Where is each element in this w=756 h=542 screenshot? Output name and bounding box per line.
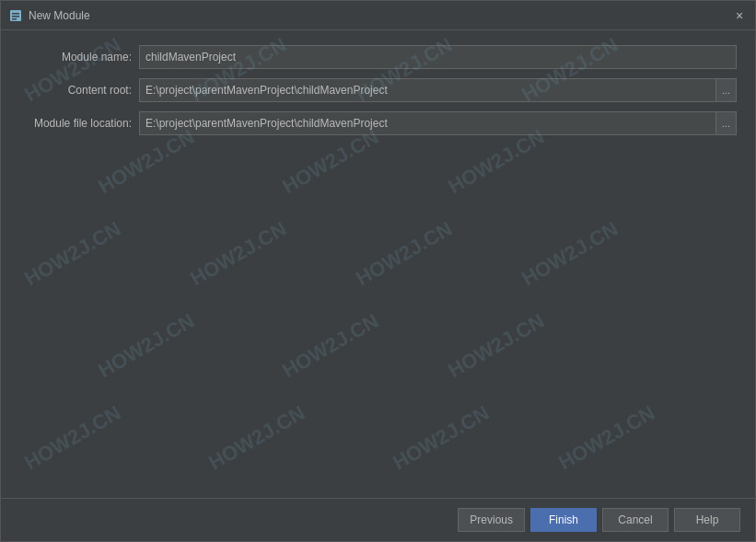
dialog-content: HOW2J.CN HOW2J.CN HOW2J.CN HOW2J.CN HOW2… [1,30,755,498]
close-button[interactable]: × [731,7,748,24]
module-name-label: Module name: [19,51,139,63]
module-file-location-input[interactable] [139,111,716,135]
finish-button[interactable]: Finish [530,508,597,532]
content-root-browse-button[interactable]: ... [716,78,737,102]
module-file-location-browse-button[interactable]: ... [716,111,737,135]
content-root-label: Content root: [19,84,139,97]
help-button[interactable]: Help [674,508,740,532]
cancel-button[interactable]: Cancel [602,508,669,532]
svg-rect-1 [12,13,19,15]
module-name-row: Module name: [19,45,737,69]
dialog-footer: Previous Finish Cancel Help [1,498,755,541]
dialog-icon [8,8,23,23]
content-root-input[interactable] [139,78,716,102]
module-file-location-input-wrapper: ... [139,111,737,135]
content-root-row: Content root: ... [19,78,737,102]
dialog-title: New Module [29,9,731,22]
module-file-location-row: Module file location: ... [19,111,737,135]
previous-button[interactable]: Previous [458,508,525,532]
svg-rect-3 [12,18,17,20]
title-bar: New Module × [1,1,755,30]
new-module-dialog: New Module × HOW2J.CN HOW2J.CN HOW2J.CN … [0,0,756,542]
module-name-input[interactable] [139,45,737,69]
content-root-input-wrapper: ... [139,78,737,102]
module-name-input-wrapper [139,45,737,69]
svg-rect-2 [12,16,19,17]
module-file-location-label: Module file location: [19,117,139,130]
